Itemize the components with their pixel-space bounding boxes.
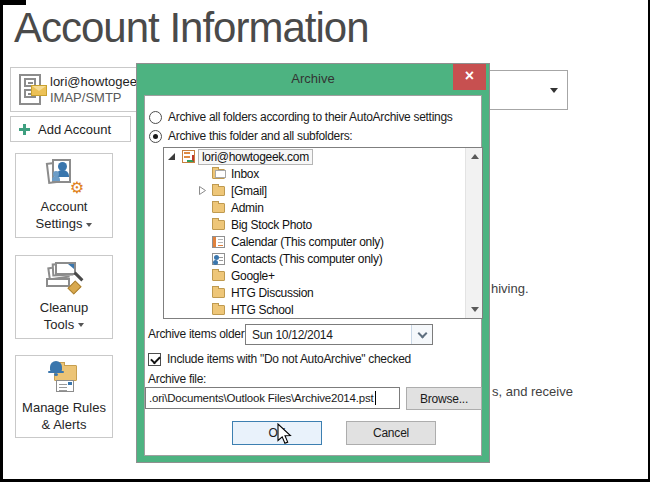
dropdown-button[interactable] bbox=[411, 325, 432, 344]
tree-item-label: Contacts (This computer only) bbox=[231, 252, 382, 266]
scroll-up-icon[interactable] bbox=[466, 148, 483, 165]
expander-spacer bbox=[198, 253, 212, 265]
button-label: Settings bbox=[36, 216, 83, 231]
text-caret bbox=[375, 391, 376, 405]
button-label: Account bbox=[41, 198, 88, 215]
folder-icon bbox=[212, 305, 225, 315]
dialog-content: Archive all folders according to their A… bbox=[144, 95, 482, 456]
tree-item[interactable]: Admin bbox=[164, 199, 465, 216]
browse-label: Browse... bbox=[420, 392, 468, 406]
scroll-down-icon[interactable] bbox=[466, 301, 483, 318]
folder-icon bbox=[212, 220, 225, 230]
expander-spacer bbox=[198, 287, 212, 299]
button-label: Manage Rules bbox=[22, 399, 106, 416]
folder-tree: lori@howtogeek.comInbox[Gmail]AdminBig S… bbox=[163, 147, 483, 319]
tree-item[interactable]: Big Stock Photo bbox=[164, 216, 465, 233]
folder-icon bbox=[212, 203, 225, 213]
page-title: Account Information bbox=[14, 4, 369, 52]
chevron-down-icon bbox=[78, 323, 84, 327]
include-autoarchive-checkbox[interactable]: Include items with "Do not AutoArchive" … bbox=[148, 351, 411, 367]
tree-item-label: Calendar (This computer only) bbox=[231, 235, 384, 249]
radio-archive-all-folders[interactable]: Archive all folders according to their A… bbox=[149, 109, 452, 125]
tree-item[interactable]: HTG School bbox=[164, 301, 465, 318]
tree-item-label: Google+ bbox=[231, 269, 275, 283]
expander-spacer bbox=[198, 236, 212, 248]
mouse-cursor bbox=[277, 423, 292, 449]
folder-icon bbox=[212, 186, 225, 196]
cancel-button[interactable]: Cancel bbox=[346, 421, 436, 445]
close-icon: × bbox=[465, 68, 474, 84]
expander-spacer bbox=[198, 219, 212, 231]
cancel-label: Cancel bbox=[373, 426, 409, 440]
expander-spacer bbox=[198, 168, 212, 180]
inbox-icon bbox=[212, 169, 225, 179]
expander-spacer bbox=[198, 202, 212, 214]
cleanup-tools-button[interactable]: Cleanup Tools bbox=[15, 255, 113, 339]
tree-expanded-icon[interactable] bbox=[168, 151, 182, 163]
chevron-down-icon bbox=[550, 88, 558, 93]
chevron-down-icon bbox=[417, 328, 427, 338]
radio-label: Archive this folder and all subfolders: bbox=[168, 129, 352, 143]
tree-item[interactable]: Contacts (This computer only) bbox=[164, 250, 465, 267]
tree-item[interactable]: Google+ bbox=[164, 267, 465, 284]
outlook-backstage-screenshot: Account Information lori@howtogeek.com I… bbox=[0, 0, 650, 482]
tree-item-label: HTG School bbox=[231, 303, 293, 317]
expander-spacer bbox=[198, 270, 212, 282]
add-account-button[interactable]: Add Account bbox=[10, 116, 131, 142]
archive-file-label: Archive file: bbox=[148, 372, 206, 386]
close-button[interactable]: × bbox=[453, 64, 486, 90]
tree-item[interactable]: [Gmail] bbox=[164, 182, 465, 199]
browse-button[interactable]: Browse... bbox=[406, 387, 482, 410]
archive-file-value: .ori\Documents\Outlook Files\Archive2014… bbox=[149, 392, 374, 404]
button-label: Cleanup bbox=[40, 299, 88, 316]
tree-item[interactable]: Calendar (This computer only) bbox=[164, 233, 465, 250]
tree-item-label: lori@howtogeek.com bbox=[198, 149, 313, 165]
plus-icon bbox=[19, 124, 30, 135]
manage-rules-alerts-button[interactable]: Manage Rules & Alerts bbox=[15, 355, 113, 438]
tree-item-label: [Gmail] bbox=[231, 184, 267, 198]
rules-alerts-icon bbox=[47, 361, 81, 392]
mailbox-cabinet-icon bbox=[19, 74, 41, 105]
archive-dialog: Archive × Archive all folders according … bbox=[136, 63, 490, 463]
cleanup-tools-icon bbox=[46, 262, 82, 292]
button-label: Tools bbox=[44, 317, 74, 332]
expander-spacer bbox=[198, 304, 212, 316]
background-text-fragment: s, and receive bbox=[492, 384, 573, 399]
account-settings-icon: ⚙ bbox=[47, 159, 81, 191]
folder-icon bbox=[212, 271, 225, 281]
account-icon bbox=[182, 150, 195, 163]
radio-archive-this-folder[interactable]: Archive this folder and all subfolders: bbox=[149, 128, 352, 144]
account-settings-button[interactable]: ⚙ Account Settings bbox=[15, 153, 113, 238]
background-text-fragment: hiving. bbox=[491, 281, 529, 296]
radio-icon bbox=[149, 111, 162, 124]
add-account-label: Add Account bbox=[38, 122, 111, 137]
tree-item[interactable]: HTG Discussion bbox=[164, 284, 465, 301]
button-label: & Alerts bbox=[42, 416, 87, 433]
dialog-title: Archive bbox=[137, 71, 489, 86]
older-than-date-dropdown[interactable]: Sun 10/12/2014 bbox=[245, 324, 433, 345]
contacts-icon bbox=[212, 253, 225, 265]
tree-collapsed-icon[interactable] bbox=[198, 185, 212, 197]
checkbox-label: Include items with "Do not AutoArchive" … bbox=[167, 352, 411, 366]
tree-scrollbar[interactable] bbox=[465, 148, 482, 318]
folder-icon bbox=[212, 288, 225, 298]
checkbox-checked-icon bbox=[148, 353, 161, 366]
tree-item-label: HTG Discussion bbox=[231, 286, 313, 300]
calendar-icon bbox=[212, 236, 225, 248]
tree-item-label: Big Stock Photo bbox=[231, 218, 312, 232]
tree-item-label: Admin bbox=[231, 201, 264, 215]
archive-file-input[interactable]: .ori\Documents\Outlook Files\Archive2014… bbox=[145, 387, 400, 409]
tree-item[interactable]: Inbox bbox=[164, 165, 465, 182]
radio-selected-icon bbox=[149, 130, 162, 143]
radio-label: Archive all folders according to their A… bbox=[168, 110, 452, 124]
older-than-date-value: Sun 10/12/2014 bbox=[252, 328, 333, 342]
tree-item-label: Inbox bbox=[231, 167, 259, 181]
chevron-down-icon bbox=[86, 223, 92, 227]
tree-item[interactable]: lori@howtogeek.com bbox=[164, 148, 465, 165]
